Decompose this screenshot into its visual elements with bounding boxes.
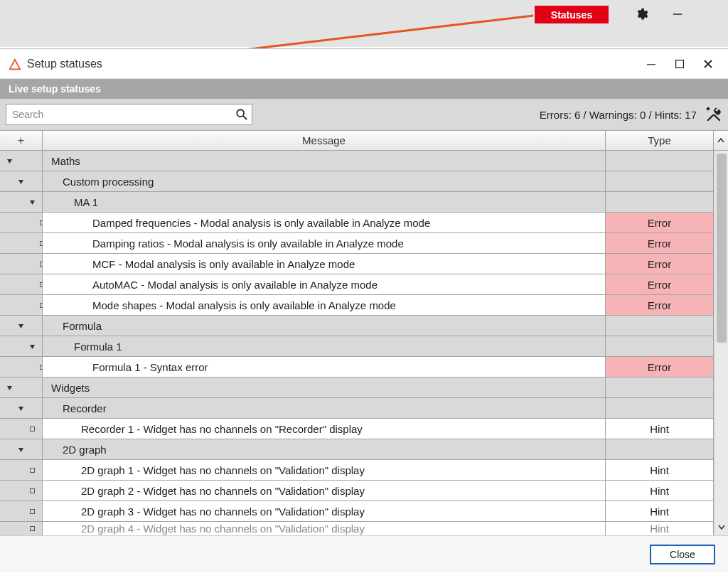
type-cell: Hint [606, 522, 714, 535]
expand-all-button[interactable]: + [0, 131, 43, 151]
status-row[interactable]: MCF - Modal analysis is only available i… [0, 254, 714, 274]
close-button[interactable]: Close [650, 545, 715, 564]
type-cell: Hint [606, 481, 714, 501]
tree-leaf-icon [0, 501, 43, 522]
group-row[interactable]: Maths [0, 151, 714, 171]
status-row[interactable]: Damped frequencies - Modal analysis is o… [0, 213, 714, 233]
column-header-type[interactable]: Type [606, 131, 714, 151]
toggle-expand-icon[interactable] [0, 439, 43, 460]
type-cell: Error [606, 254, 714, 274]
group-row[interactable]: Widgets [0, 377, 714, 398]
status-grid: + Message Type MathsCustom processingMA … [0, 130, 728, 535]
toggle-expand-icon[interactable] [0, 398, 43, 419]
type-cell [606, 398, 714, 419]
toggle-expand-icon[interactable] [0, 316, 43, 336]
message-cell: Formula 1 - Syntax error [43, 357, 606, 377]
search-wrap [6, 104, 252, 125]
status-row[interactable]: 2D graph 2 - Widget has no channels on "… [0, 481, 714, 501]
vertical-scrollbar[interactable] [714, 151, 728, 535]
toggle-expand-icon[interactable] [0, 336, 43, 357]
filter-toolbar: Errors: 6 / Warnings: 0 / Hints: 17 [0, 99, 728, 130]
message-cell: Custom processing [43, 171, 606, 192]
tools-icon[interactable] [705, 106, 722, 123]
svg-rect-17 [30, 527, 34, 531]
group-row[interactable]: Custom processing [0, 171, 714, 192]
status-counts: Errors: 6 / Warnings: 0 / Hints: 17 [540, 109, 697, 121]
message-cell: Damping ratios - Modal analysis is only … [43, 233, 606, 254]
svg-rect-14 [30, 468, 34, 472]
type-cell [606, 151, 714, 171]
type-cell: Error [606, 295, 714, 316]
tree-leaf-icon [0, 213, 43, 233]
message-cell: MA 1 [43, 192, 606, 213]
message-cell: Mode shapes - Modal analysis is only ava… [43, 295, 606, 316]
svg-rect-3 [676, 60, 684, 68]
svg-rect-0 [673, 14, 682, 15]
toggle-expand-icon[interactable] [0, 377, 43, 398]
svg-rect-6 [706, 107, 710, 111]
tree-leaf-icon [0, 357, 43, 377]
group-row[interactable]: Formula 1 [0, 336, 714, 357]
toggle-expand-icon[interactable] [0, 192, 43, 213]
group-row[interactable]: MA 1 [0, 192, 714, 213]
type-cell: Error [606, 233, 714, 254]
type-cell: Error [606, 357, 714, 377]
window-minimize-button[interactable] [637, 53, 665, 75]
svg-line-5 [243, 116, 247, 119]
message-cell: Damped frequencies - Modal analysis is o… [43, 213, 606, 233]
type-cell: Error [606, 274, 714, 295]
scroll-down-button[interactable] [714, 520, 728, 534]
svg-rect-15 [30, 488, 34, 493]
grid-header-row: + Message Type [0, 131, 728, 151]
group-row[interactable]: Formula [0, 316, 714, 336]
toggle-expand-icon[interactable] [0, 151, 43, 171]
window-maximize-button[interactable] [665, 53, 694, 75]
message-cell: 2D graph 1 - Widget has no channels on "… [43, 460, 606, 481]
message-cell: Recorder [43, 398, 606, 419]
outer-minimize-button[interactable] [668, 4, 687, 23]
tree-leaf-icon [0, 460, 43, 481]
group-row[interactable]: 2D graph [0, 439, 714, 460]
status-row[interactable]: 2D graph 4 - Widget has no channels on "… [0, 522, 714, 535]
app-toolbar: Statuses [0, 0, 728, 47]
toggle-expand-icon[interactable] [0, 171, 43, 192]
search-icon[interactable] [235, 108, 248, 121]
app-logo-icon [9, 58, 21, 71]
status-row[interactable]: Mode shapes - Modal analysis is only ava… [0, 295, 714, 316]
message-cell: Maths [43, 151, 606, 171]
svg-point-4 [237, 109, 244, 117]
status-row[interactable]: AutoMAC - Modal analysis is only availab… [0, 274, 714, 295]
status-row[interactable]: Recorder 1 - Widget has no channels on "… [0, 419, 714, 439]
type-cell: Error [606, 213, 714, 233]
message-cell: MCF - Modal analysis is only available i… [43, 254, 606, 274]
scroll-up-button[interactable] [714, 131, 728, 151]
status-row[interactable]: Damping ratios - Modal analysis is only … [0, 233, 714, 254]
message-cell: Formula [43, 316, 606, 336]
type-cell [606, 439, 714, 460]
status-row[interactable]: 2D graph 1 - Widget has no channels on "… [0, 460, 714, 481]
type-cell: Hint [606, 419, 714, 439]
search-input[interactable] [6, 104, 252, 125]
tree-leaf-icon [0, 481, 43, 501]
column-header-message[interactable]: Message [43, 131, 606, 151]
dialog-title: Setup statuses [27, 58, 637, 70]
gear-icon[interactable] [634, 7, 648, 21]
svg-rect-16 [30, 509, 34, 513]
status-row[interactable]: Formula 1 - Syntax errorError [0, 357, 714, 377]
window-close-button[interactable] [694, 53, 722, 75]
message-cell: 2D graph 3 - Widget has no channels on "… [43, 501, 606, 522]
message-cell: Recorder 1 - Widget has no channels on "… [43, 419, 606, 439]
message-cell: Formula 1 [43, 336, 606, 357]
setup-statuses-dialog: Setup statuses Live setup statuses Error… [0, 48, 728, 573]
tree-leaf-icon [0, 274, 43, 295]
statuses-button[interactable]: Statuses [535, 6, 609, 23]
tree-leaf-icon [0, 419, 43, 439]
scrollbar-thumb[interactable] [717, 154, 727, 343]
grid-rows: MathsCustom processingMA 1Damped frequen… [0, 151, 714, 535]
status-row[interactable]: 2D graph 3 - Widget has no channels on "… [0, 501, 714, 522]
type-cell [606, 171, 714, 192]
type-cell [606, 336, 714, 357]
group-row[interactable]: Recorder [0, 398, 714, 419]
live-setup-banner: Live setup statuses [0, 79, 728, 99]
type-cell [606, 192, 714, 213]
